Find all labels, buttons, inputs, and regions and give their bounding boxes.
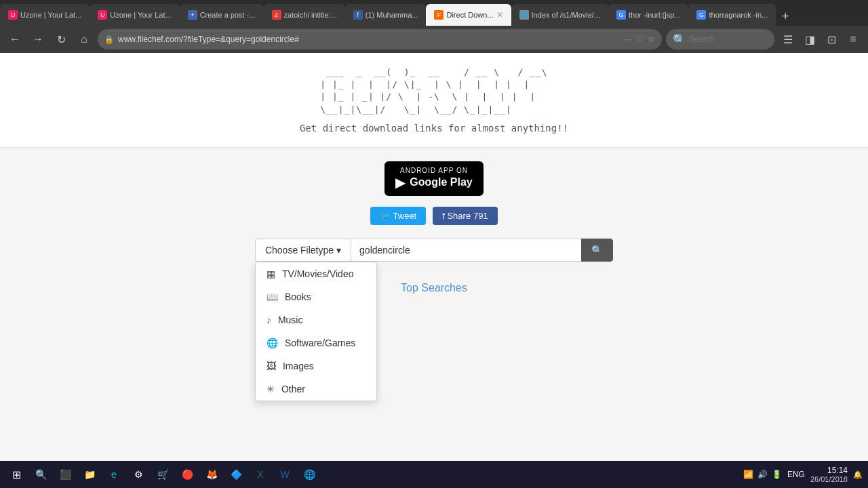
reader-mode-icon[interactable]: ◨	[800, 30, 819, 49]
tab-label-3: Create a post -...	[200, 11, 256, 19]
tab-favicon-2: U	[98, 10, 107, 20]
tab-close-6[interactable]: ✕	[496, 10, 503, 20]
dropdown-caret-icon: ▾	[336, 245, 341, 256]
dropdown-item-other[interactable]: ✳ Other	[256, 378, 376, 401]
tweet-button[interactable]: 🐦 Tweet	[370, 207, 426, 225]
dropdown-label-other: Other	[281, 384, 305, 394]
taskbar-browser-icon[interactable]: 🌐	[298, 464, 320, 485]
tab-zatoichi[interactable]: z zatoichi intitle:...	[264, 4, 345, 26]
screenshot-icon[interactable]: ⊡	[822, 30, 841, 49]
dropdown-item-software[interactable]: 🌐 Software/Games	[256, 331, 376, 354]
filetype-button[interactable]: Choose Filetype ▾	[255, 239, 351, 262]
browser-search-input[interactable]	[689, 35, 764, 44]
tab-label-1: Uzone | Your Lat...	[20, 11, 81, 19]
filetype-label: Choose Filetype	[265, 245, 334, 256]
books-icon: 📖	[267, 291, 278, 302]
tab-favicon-5: f	[353, 10, 363, 20]
dropdown-item-music[interactable]: ♪ Music	[256, 308, 376, 331]
tab-uzone-1[interactable]: U Uzone | Your Lat...	[0, 4, 90, 26]
star-icon[interactable]: ☆	[648, 35, 655, 44]
google-play-button[interactable]: ANDROID APP ON ▶ Google Play	[384, 161, 483, 196]
dropdown-label-books: Books	[285, 291, 311, 302]
dropdown-item-tv[interactable]: ▦ TV/Movies/Video	[256, 262, 376, 285]
bookmarks-icon[interactable]: ☰	[778, 30, 797, 49]
tab-label-4: zatoichi intitle:...	[284, 11, 337, 19]
google-play-small-text: ANDROID APP ON	[400, 167, 468, 174]
search-button[interactable]: 🔍	[581, 239, 613, 262]
taskbar-store-icon[interactable]: 🛒	[152, 464, 174, 485]
taskbar-ie-icon[interactable]: e	[103, 464, 125, 485]
share-label: f Share	[442, 211, 471, 221]
tagline: Get direct download links for almost any…	[300, 123, 568, 134]
ascii-logo: ___ _ __( )_ __ / __ \ / __\ | |_ | | |/…	[320, 66, 547, 116]
search-section: Choose Filetype ▾ 🔍 ▦ TV/Movies/Video 📖 …	[255, 239, 613, 262]
google-play-store-text: Google Play	[410, 176, 472, 188]
images-icon: 🖼	[267, 361, 276, 371]
taskbar-app2-icon[interactable]: 🦊	[201, 464, 222, 485]
top-searches-label: Top Searches	[401, 282, 467, 293]
search-magnifier-icon: 🔍	[591, 245, 603, 256]
bookmark-heart-icon[interactable]: ♡	[636, 35, 644, 44]
nav-right-icons: ☰ ◨ ⊡ ≡	[778, 30, 863, 49]
taskbar: ⊞ 🔍 ⬛ 📁 e ⚙ 🛒 🔴 🦊 🔷 X W 🌐 📶 🔊 🔋 ENG 15:1…	[0, 461, 868, 488]
notifications-icon[interactable]: 🔔	[853, 470, 863, 479]
language-indicator: ENG	[787, 470, 805, 479]
address-bar[interactable]: 🔒 www.filechef.com/?fileType=&query=gold…	[98, 29, 662, 49]
taskbar-search-icon[interactable]: 🔍	[30, 464, 52, 485]
taskbar-word-icon[interactable]: W	[274, 464, 296, 485]
nav-bar: ← → ↻ ⌂ 🔒 www.filechef.com/?fileType=&qu…	[0, 26, 868, 53]
search-input[interactable]	[351, 239, 581, 262]
tab-label-8: thor -inurl:(jsp...	[629, 11, 680, 19]
dropdown-label-software: Software/Games	[285, 338, 355, 348]
tab-thor[interactable]: G thor -inurl:(jsp...	[608, 4, 688, 26]
more-icon[interactable]: ···	[625, 35, 632, 44]
header-section: ___ _ __( )_ __ / __ \ / __\ | |_ | | |/…	[0, 53, 868, 148]
top-searches-link[interactable]: Top Searches	[401, 282, 467, 294]
tab-direct-download[interactable]: F Direct Down... ✕	[426, 4, 511, 26]
forward-button[interactable]: →	[28, 30, 47, 49]
dropdown-item-books[interactable]: 📖 Books	[256, 285, 376, 308]
back-button[interactable]: ←	[5, 30, 24, 49]
home-button[interactable]: ⌂	[75, 30, 94, 49]
address-url[interactable]: www.filechef.com/?fileType=&query=golden…	[118, 35, 621, 44]
new-tab-button[interactable]: +	[776, 7, 795, 26]
battery-icon: 🔋	[772, 470, 782, 479]
other-icon: ✳	[267, 384, 275, 394]
software-icon: 🌐	[267, 338, 278, 348]
tab-label-5: (1) Muhamma...	[366, 11, 418, 19]
volume-icon: 🔊	[757, 470, 768, 479]
tab-label-9: thorragnarok -in...	[709, 11, 768, 19]
taskbar-excel-icon[interactable]: X	[250, 464, 271, 485]
taskbar-sys-icons: 📶 🔊 🔋	[743, 470, 782, 479]
tab-favicon-3: +	[188, 10, 197, 20]
tab-label-6: Direct Down...	[446, 11, 493, 19]
music-icon: ♪	[267, 314, 271, 325]
dropdown-label-music: Music	[278, 314, 303, 325]
dropdown-item-images[interactable]: 🖼 Images	[256, 354, 376, 378]
page-content: ___ _ __( )_ __ / __ \ / __\ | |_ | | |/…	[0, 53, 868, 461]
tv-icon: ▦	[267, 268, 275, 279]
share-button[interactable]: f Share 791	[433, 207, 498, 225]
windows-icon: ⊞	[12, 468, 21, 481]
browser-chrome: U Uzone | Your Lat... U Uzone | Your Lat…	[0, 0, 868, 53]
start-button[interactable]: ⊞	[5, 464, 27, 485]
tab-create-post[interactable]: + Create a post -...	[180, 4, 264, 26]
tab-uzone-2[interactable]: U Uzone | Your Lat...	[90, 4, 179, 26]
lock-icon: 🔒	[104, 35, 114, 44]
tab-favicon-9: G	[696, 10, 706, 20]
taskbar-app3-icon[interactable]: 🔷	[225, 464, 247, 485]
taskbar-cortana-icon[interactable]: ⬛	[54, 464, 76, 485]
menu-icon[interactable]: ≡	[844, 30, 863, 49]
social-buttons: 🐦 Tweet f Share 791	[370, 207, 498, 225]
browser-search-bar[interactable]: 🔍	[666, 29, 774, 49]
tab-label-7: Index of /s1/Movie/...	[532, 11, 601, 19]
taskbar-clock: 15:14 26/01/2018	[810, 466, 848, 483]
taskbar-files-icon[interactable]: 📁	[79, 464, 100, 485]
taskbar-app1-icon[interactable]: 🔴	[176, 464, 198, 485]
tab-muhammad[interactable]: f (1) Muhamma...	[345, 4, 427, 26]
taskbar-settings-icon[interactable]: ⚙	[127, 464, 149, 485]
tab-thorragnarok[interactable]: G thorragnarok -in...	[688, 4, 776, 26]
main-content: ANDROID APP ON ▶ Google Play 🐦 Tweet f S…	[0, 148, 868, 308]
refresh-button[interactable]: ↻	[52, 30, 71, 49]
tab-index-movie[interactable]: 🌐 Index of /s1/Movie/...	[511, 4, 609, 26]
